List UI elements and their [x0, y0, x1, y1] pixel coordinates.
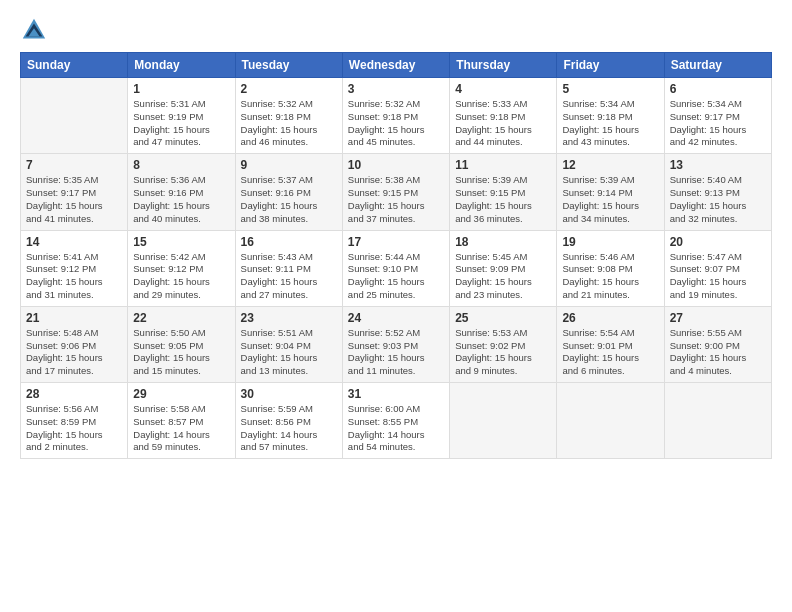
- day-cell: 19Sunrise: 5:46 AM Sunset: 9:08 PM Dayli…: [557, 230, 664, 306]
- day-cell: [21, 78, 128, 154]
- day-number: 14: [26, 235, 122, 249]
- week-row-1: 1Sunrise: 5:31 AM Sunset: 9:19 PM Daylig…: [21, 78, 772, 154]
- day-number: 9: [241, 158, 337, 172]
- day-cell: 1Sunrise: 5:31 AM Sunset: 9:19 PM Daylig…: [128, 78, 235, 154]
- header-row: SundayMondayTuesdayWednesdayThursdayFrid…: [21, 53, 772, 78]
- day-number: 6: [670, 82, 766, 96]
- day-cell: 21Sunrise: 5:48 AM Sunset: 9:06 PM Dayli…: [21, 306, 128, 382]
- day-number: 23: [241, 311, 337, 325]
- calendar: SundayMondayTuesdayWednesdayThursdayFrid…: [20, 52, 772, 459]
- logo-icon: [20, 16, 48, 44]
- day-info: Sunrise: 5:56 AM Sunset: 8:59 PM Dayligh…: [26, 403, 122, 454]
- day-info: Sunrise: 5:32 AM Sunset: 9:18 PM Dayligh…: [241, 98, 337, 149]
- day-info: Sunrise: 5:55 AM Sunset: 9:00 PM Dayligh…: [670, 327, 766, 378]
- day-cell: 29Sunrise: 5:58 AM Sunset: 8:57 PM Dayli…: [128, 383, 235, 459]
- day-cell: 14Sunrise: 5:41 AM Sunset: 9:12 PM Dayli…: [21, 230, 128, 306]
- day-info: Sunrise: 5:47 AM Sunset: 9:07 PM Dayligh…: [670, 251, 766, 302]
- day-number: 30: [241, 387, 337, 401]
- calendar-header: SundayMondayTuesdayWednesdayThursdayFrid…: [21, 53, 772, 78]
- day-number: 21: [26, 311, 122, 325]
- day-number: 19: [562, 235, 658, 249]
- day-info: Sunrise: 5:53 AM Sunset: 9:02 PM Dayligh…: [455, 327, 551, 378]
- day-cell: 9Sunrise: 5:37 AM Sunset: 9:16 PM Daylig…: [235, 154, 342, 230]
- day-info: Sunrise: 5:48 AM Sunset: 9:06 PM Dayligh…: [26, 327, 122, 378]
- day-info: Sunrise: 5:37 AM Sunset: 9:16 PM Dayligh…: [241, 174, 337, 225]
- day-number: 17: [348, 235, 444, 249]
- day-number: 31: [348, 387, 444, 401]
- day-cell: 20Sunrise: 5:47 AM Sunset: 9:07 PM Dayli…: [664, 230, 771, 306]
- day-info: Sunrise: 5:32 AM Sunset: 9:18 PM Dayligh…: [348, 98, 444, 149]
- day-number: 16: [241, 235, 337, 249]
- page: SundayMondayTuesdayWednesdayThursdayFrid…: [0, 0, 792, 612]
- day-number: 22: [133, 311, 229, 325]
- day-info: Sunrise: 5:42 AM Sunset: 9:12 PM Dayligh…: [133, 251, 229, 302]
- day-info: Sunrise: 5:58 AM Sunset: 8:57 PM Dayligh…: [133, 403, 229, 454]
- day-number: 13: [670, 158, 766, 172]
- day-info: Sunrise: 5:34 AM Sunset: 9:17 PM Dayligh…: [670, 98, 766, 149]
- day-cell: 13Sunrise: 5:40 AM Sunset: 9:13 PM Dayli…: [664, 154, 771, 230]
- day-info: Sunrise: 5:34 AM Sunset: 9:18 PM Dayligh…: [562, 98, 658, 149]
- day-cell: 23Sunrise: 5:51 AM Sunset: 9:04 PM Dayli…: [235, 306, 342, 382]
- day-cell: 30Sunrise: 5:59 AM Sunset: 8:56 PM Dayli…: [235, 383, 342, 459]
- day-info: Sunrise: 5:38 AM Sunset: 9:15 PM Dayligh…: [348, 174, 444, 225]
- day-info: Sunrise: 5:52 AM Sunset: 9:03 PM Dayligh…: [348, 327, 444, 378]
- day-number: 7: [26, 158, 122, 172]
- day-cell: 12Sunrise: 5:39 AM Sunset: 9:14 PM Dayli…: [557, 154, 664, 230]
- day-number: 3: [348, 82, 444, 96]
- day-number: 28: [26, 387, 122, 401]
- day-cell: 4Sunrise: 5:33 AM Sunset: 9:18 PM Daylig…: [450, 78, 557, 154]
- day-cell: 6Sunrise: 5:34 AM Sunset: 9:17 PM Daylig…: [664, 78, 771, 154]
- day-info: Sunrise: 5:40 AM Sunset: 9:13 PM Dayligh…: [670, 174, 766, 225]
- week-row-4: 21Sunrise: 5:48 AM Sunset: 9:06 PM Dayli…: [21, 306, 772, 382]
- day-number: 26: [562, 311, 658, 325]
- day-info: Sunrise: 5:41 AM Sunset: 9:12 PM Dayligh…: [26, 251, 122, 302]
- column-header-friday: Friday: [557, 53, 664, 78]
- day-info: Sunrise: 5:43 AM Sunset: 9:11 PM Dayligh…: [241, 251, 337, 302]
- day-info: Sunrise: 5:39 AM Sunset: 9:15 PM Dayligh…: [455, 174, 551, 225]
- day-cell: 27Sunrise: 5:55 AM Sunset: 9:00 PM Dayli…: [664, 306, 771, 382]
- day-cell: [557, 383, 664, 459]
- day-info: Sunrise: 5:59 AM Sunset: 8:56 PM Dayligh…: [241, 403, 337, 454]
- day-cell: 28Sunrise: 5:56 AM Sunset: 8:59 PM Dayli…: [21, 383, 128, 459]
- header: [20, 16, 772, 44]
- day-info: Sunrise: 5:33 AM Sunset: 9:18 PM Dayligh…: [455, 98, 551, 149]
- day-cell: [450, 383, 557, 459]
- day-number: 8: [133, 158, 229, 172]
- day-number: 5: [562, 82, 658, 96]
- day-cell: 3Sunrise: 5:32 AM Sunset: 9:18 PM Daylig…: [342, 78, 449, 154]
- day-cell: 5Sunrise: 5:34 AM Sunset: 9:18 PM Daylig…: [557, 78, 664, 154]
- day-info: Sunrise: 5:51 AM Sunset: 9:04 PM Dayligh…: [241, 327, 337, 378]
- day-cell: 10Sunrise: 5:38 AM Sunset: 9:15 PM Dayli…: [342, 154, 449, 230]
- day-cell: 24Sunrise: 5:52 AM Sunset: 9:03 PM Dayli…: [342, 306, 449, 382]
- day-number: 20: [670, 235, 766, 249]
- day-cell: 2Sunrise: 5:32 AM Sunset: 9:18 PM Daylig…: [235, 78, 342, 154]
- week-row-2: 7Sunrise: 5:35 AM Sunset: 9:17 PM Daylig…: [21, 154, 772, 230]
- day-number: 1: [133, 82, 229, 96]
- day-number: 25: [455, 311, 551, 325]
- column-header-wednesday: Wednesday: [342, 53, 449, 78]
- column-header-monday: Monday: [128, 53, 235, 78]
- day-cell: 11Sunrise: 5:39 AM Sunset: 9:15 PM Dayli…: [450, 154, 557, 230]
- day-cell: 16Sunrise: 5:43 AM Sunset: 9:11 PM Dayli…: [235, 230, 342, 306]
- calendar-body: 1Sunrise: 5:31 AM Sunset: 9:19 PM Daylig…: [21, 78, 772, 459]
- day-number: 24: [348, 311, 444, 325]
- day-number: 4: [455, 82, 551, 96]
- day-info: Sunrise: 5:45 AM Sunset: 9:09 PM Dayligh…: [455, 251, 551, 302]
- column-header-tuesday: Tuesday: [235, 53, 342, 78]
- day-info: Sunrise: 5:31 AM Sunset: 9:19 PM Dayligh…: [133, 98, 229, 149]
- logo: [20, 16, 52, 44]
- day-number: 10: [348, 158, 444, 172]
- day-number: 18: [455, 235, 551, 249]
- day-cell: 26Sunrise: 5:54 AM Sunset: 9:01 PM Dayli…: [557, 306, 664, 382]
- column-header-saturday: Saturday: [664, 53, 771, 78]
- day-info: Sunrise: 5:46 AM Sunset: 9:08 PM Dayligh…: [562, 251, 658, 302]
- day-number: 15: [133, 235, 229, 249]
- day-info: Sunrise: 5:39 AM Sunset: 9:14 PM Dayligh…: [562, 174, 658, 225]
- day-cell: 8Sunrise: 5:36 AM Sunset: 9:16 PM Daylig…: [128, 154, 235, 230]
- day-cell: 17Sunrise: 5:44 AM Sunset: 9:10 PM Dayli…: [342, 230, 449, 306]
- day-cell: 22Sunrise: 5:50 AM Sunset: 9:05 PM Dayli…: [128, 306, 235, 382]
- day-info: Sunrise: 5:44 AM Sunset: 9:10 PM Dayligh…: [348, 251, 444, 302]
- day-info: Sunrise: 5:36 AM Sunset: 9:16 PM Dayligh…: [133, 174, 229, 225]
- week-row-3: 14Sunrise: 5:41 AM Sunset: 9:12 PM Dayli…: [21, 230, 772, 306]
- day-info: Sunrise: 5:50 AM Sunset: 9:05 PM Dayligh…: [133, 327, 229, 378]
